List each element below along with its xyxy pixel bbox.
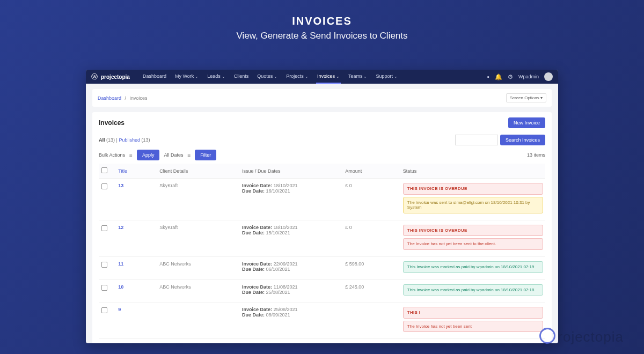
chat-icon[interactable]: ▪ [487, 73, 489, 80]
col-amount: Amount [343, 164, 401, 179]
amount-cell [343, 303, 401, 339]
invoice-title-link[interactable]: 9 [118, 307, 121, 312]
chevron-down-icon: ⌄ [336, 74, 340, 79]
client-name: SkyKraft [157, 220, 240, 256]
breadcrumb: Dashboard / Invoices [98, 95, 148, 101]
chevron-down-icon: ⌄ [305, 74, 309, 79]
date-cell: Invoice Date: 22/09/2021Due Date: 06/10/… [240, 256, 343, 279]
marketing-subtitle: View, Generate & Send Invoices to Client… [0, 31, 644, 41]
client-name: ABC Networks [157, 256, 240, 279]
sort-icon: ≡ [187, 152, 191, 158]
status-badge: THIS INVOICE IS OVERDUE [403, 225, 543, 237]
invoices-table: Title Client Details Issue / Due Dates A… [99, 164, 545, 339]
status-badge: The invoice was sent to sima@eligi.com o… [403, 197, 543, 213]
amount-cell: £ 245.00 [343, 279, 401, 303]
amount-cell: £ 0 [343, 179, 401, 220]
filter-published-count: (13) [141, 137, 150, 143]
search-input[interactable] [455, 135, 498, 145]
nav-my-work[interactable]: My Work⌄ [174, 70, 200, 84]
avatar[interactable] [544, 72, 553, 81]
nav-dashboard[interactable]: Dashboard [142, 70, 167, 84]
nav-clients[interactable]: Clients [233, 70, 250, 84]
status-cell: THIS IThe Invoice has not yet been sent [401, 303, 545, 339]
table-row: 10ABC NetworksInvoice Date: 11/08/2021Du… [99, 279, 545, 303]
client-name: ABC Networks [157, 279, 240, 303]
screen-options-button[interactable]: Screen Options ▾ [506, 93, 546, 102]
status-badge: THIS INVOICE IS OVERDUE [403, 183, 543, 195]
marketing-title: INVOICES [0, 15, 644, 27]
nav-invoices[interactable]: Invoices⌄ [316, 70, 341, 84]
date-cell: Invoice Date: 18/10/2021Due Date: 15/10/… [240, 220, 343, 256]
status-badge: This Invoice was marked as paid by wpadm… [403, 261, 543, 273]
filter-all-label[interactable]: All [99, 137, 105, 143]
status-cell: THIS INVOICE IS OVERDUEThe invoice was s… [401, 179, 545, 220]
date-cell: Invoice Date: 18/10/2021Due Date: 16/10/… [240, 179, 343, 220]
row-checkbox[interactable] [101, 262, 107, 268]
user-label: Wpadmin [518, 74, 539, 79]
invoices-card: Invoices New Invoice All (13) | Publishe… [92, 112, 552, 343]
bell-icon[interactable]: 🔔 [495, 73, 502, 80]
select-all-checkbox[interactable] [101, 167, 107, 173]
status-cell: This Invoice was marked as paid by wpadm… [401, 279, 545, 303]
item-count: 13 items [527, 152, 545, 158]
date-cell: Invoice Date: 11/08/2021Due Date: 25/08/… [240, 279, 343, 303]
filter-button[interactable]: Filter [195, 150, 216, 160]
chevron-down-icon: ⌄ [394, 74, 398, 79]
breadcrumb-root[interactable]: Dashboard [98, 95, 121, 101]
row-checkbox[interactable] [101, 307, 107, 313]
status-cell: THIS INVOICE IS OVERDUEThe Invoice has n… [401, 220, 545, 256]
table-row: 9Invoice Date: 25/08/2021Due Date: 08/09… [99, 303, 545, 339]
status-badge: The Invoice has not yet been sent [403, 321, 543, 333]
table-row: 12SkyKraftInvoice Date: 18/10/2021Due Da… [99, 220, 545, 256]
chevron-down-icon: ⌄ [363, 74, 367, 79]
new-invoice-button[interactable]: New Invoice [508, 117, 545, 128]
brand-label: projectopia [101, 74, 130, 80]
client-name: SkyKraft [157, 179, 240, 220]
gear-icon[interactable]: ⚙ [508, 73, 513, 80]
chevron-down-icon: ⌄ [274, 74, 277, 79]
main-nav: DashboardMy Work⌄Leads⌄ClientsQuotes⌄Pro… [142, 70, 487, 84]
row-checkbox[interactable] [101, 225, 107, 231]
filter-published-link[interactable]: Published [119, 137, 140, 143]
invoice-title-link[interactable]: 10 [118, 284, 123, 290]
invoice-title-link[interactable]: 12 [118, 225, 123, 230]
col-status: Status [401, 164, 545, 179]
amount-cell: £ 0 [343, 220, 401, 256]
search-button[interactable]: Search Invoices [500, 135, 545, 145]
client-name [157, 303, 240, 339]
nav-teams[interactable]: Teams⌄ [347, 70, 369, 84]
nav-projects[interactable]: Projects⌄ [285, 70, 310, 84]
sort-icon: ≡ [129, 152, 133, 158]
amount-cell: £ 598.00 [343, 256, 401, 279]
invoice-title-link[interactable]: 11 [118, 261, 123, 267]
status-badge: The Invoice has not yet been sent to the… [403, 238, 543, 250]
all-dates-select[interactable]: All Dates [164, 152, 183, 158]
status-badge: This Invoice was marked as paid by wpadm… [403, 284, 543, 296]
invoice-title-link[interactable]: 13 [118, 183, 123, 188]
status-badge: THIS I [403, 307, 543, 319]
page-title: Invoices [99, 119, 125, 127]
wordpress-icon[interactable]: ⓦ [91, 72, 98, 82]
table-row: 13SkyKraftInvoice Date: 18/10/2021Due Da… [99, 179, 545, 220]
nav-quotes[interactable]: Quotes⌄ [256, 70, 279, 84]
chevron-down-icon: ⌄ [222, 74, 225, 79]
col-dates: Issue / Due Dates [240, 164, 343, 179]
date-cell: Invoice Date: 25/08/2021Due Date: 08/09/… [240, 303, 343, 339]
nav-leads[interactable]: Leads⌄ [206, 70, 226, 84]
chevron-down-icon: ⌄ [195, 74, 199, 79]
app-window: ⓦ projectopia DashboardMy Work⌄Leads⌄Cli… [86, 70, 558, 343]
filter-all-count: (13) [106, 137, 115, 143]
row-checkbox[interactable] [101, 183, 107, 189]
table-row: 11ABC NetworksInvoice Date: 22/09/2021Du… [99, 256, 545, 279]
col-title[interactable]: Title [116, 164, 157, 179]
status-filters: All (13) | Published (13) [99, 137, 150, 143]
col-client: Client Details [157, 164, 240, 179]
status-cell: This Invoice was marked as paid by wpadm… [401, 256, 545, 279]
breadcrumb-current: Invoices [130, 95, 148, 101]
nav-support[interactable]: Support⌄ [375, 70, 399, 84]
top-bar: ⓦ projectopia DashboardMy Work⌄Leads⌄Cli… [86, 70, 558, 84]
bulk-actions-select[interactable]: Bulk Actions [99, 152, 125, 158]
projectopia-watermark: rojectopia [539, 328, 624, 345]
apply-button[interactable]: Apply [137, 150, 160, 160]
row-checkbox[interactable] [101, 285, 107, 291]
